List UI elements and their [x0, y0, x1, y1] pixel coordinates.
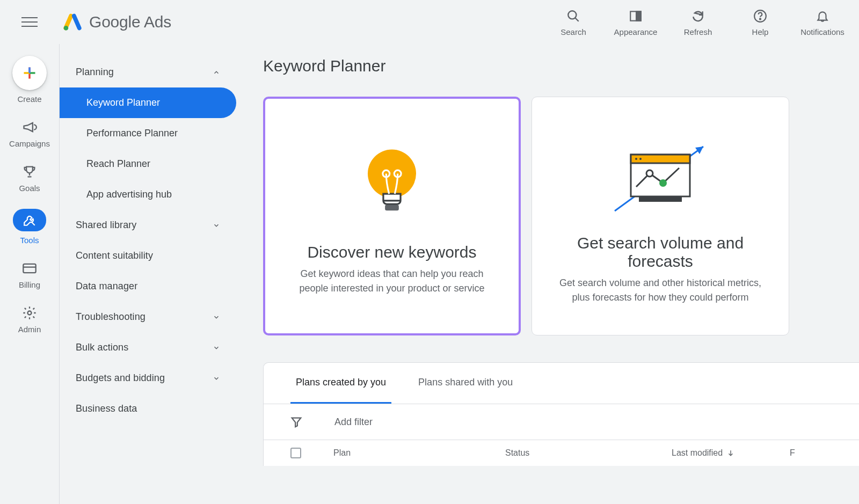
svg-point-25 [646, 170, 653, 177]
rail-billing[interactable]: Billing [19, 261, 40, 289]
sidebar-section-bulk-actions[interactable]: Bulk actions [60, 332, 236, 363]
top-bar: Google Ads Search Appearance Refresh H [0, 0, 859, 44]
svg-line-2 [575, 18, 579, 21]
card-discover-desc: Get keyword ideas that can help you reac… [287, 267, 497, 295]
rail-goals[interactable]: Goals [19, 164, 40, 193]
chevron-down-icon [213, 313, 220, 321]
tab-plans-shared[interactable]: Plans shared with you [413, 363, 518, 404]
notifications-action[interactable]: Notifications [799, 8, 846, 36]
chevron-down-icon [213, 344, 220, 352]
tab-plans-created[interactable]: Plans created by you [290, 363, 391, 404]
svg-point-1 [568, 11, 576, 19]
plans-tabs: Plans created by you Plans shared with y… [264, 363, 859, 404]
sidebar-section-business-data[interactable]: Business data [60, 393, 236, 424]
help-icon [753, 8, 767, 24]
svg-rect-27 [639, 196, 682, 202]
sidebar-section-budgets-bidding[interactable]: Budgets and bidding [60, 363, 236, 393]
column-last-modified[interactable]: Last modified [672, 448, 790, 458]
gear-icon [22, 305, 37, 320]
plus-icon [12, 56, 47, 90]
left-rail: Create Campaigns Goals Tools Billing [0, 44, 59, 504]
chevron-down-icon [213, 375, 220, 382]
rail-admin[interactable]: Admin [18, 305, 41, 334]
rail-campaigns[interactable]: Campaigns [9, 120, 50, 148]
card-icon [22, 261, 37, 276]
svg-point-6 [760, 18, 761, 19]
appearance-action[interactable]: Appearance [612, 8, 659, 36]
sidebar-section-content-suitability[interactable]: Content suitability [60, 240, 236, 271]
help-action[interactable]: Help [737, 8, 784, 36]
top-actions: Search Appearance Refresh Help Notificat… [550, 8, 850, 36]
svg-rect-4 [636, 11, 641, 20]
svg-marker-28 [292, 418, 301, 427]
sidebar-section-troubleshooting[interactable]: Troubleshooting [60, 302, 236, 332]
svg-point-23 [635, 158, 637, 160]
chevron-down-icon [213, 222, 220, 229]
page-title: Keyword Planner [263, 57, 859, 75]
sidebar-item-keyword-planner[interactable]: Keyword Planner [60, 87, 236, 118]
table-header: Plan Status Last modified F [264, 440, 859, 466]
svg-point-24 [639, 158, 642, 160]
search-action[interactable]: Search [550, 8, 597, 36]
brand-text: Google Ads [89, 13, 171, 31]
chart-arrow-icon [609, 128, 711, 224]
sidebar-section-data-manager[interactable]: Data manager [60, 271, 236, 302]
svg-marker-20 [695, 147, 703, 154]
column-status[interactable]: Status [505, 448, 672, 458]
card-discover-keywords[interactable]: Discover new keywords Get keyword ideas … [263, 97, 521, 335]
card-forecast-desc: Get search volume and other historical m… [554, 276, 767, 304]
arrow-down-icon [727, 449, 734, 457]
card-search-volume[interactable]: Get search volume and forecasts Get sear… [532, 97, 789, 335]
menu-icon[interactable] [21, 14, 38, 30]
bell-icon [816, 8, 829, 24]
sidebar-item-reach-planner[interactable]: Reach Planner [60, 149, 236, 179]
create-button[interactable]: Create [12, 56, 47, 104]
sidebar-section-planning[interactable]: Planning [60, 57, 236, 87]
filter-row: Add filter [264, 404, 859, 440]
svg-point-14 [368, 150, 416, 198]
filter-icon[interactable] [290, 416, 302, 428]
cards-row: Discover new keywords Get keyword ideas … [263, 97, 859, 335]
trophy-icon [22, 164, 37, 179]
svg-rect-16 [385, 205, 399, 211]
svg-point-13 [28, 311, 32, 315]
card-forecast-title: Get search volume and forecasts [554, 234, 767, 271]
main-content: Keyword Planner Discover new keywords Ge [236, 44, 859, 504]
svg-point-0 [64, 26, 69, 30]
wrench-icon [13, 209, 46, 231]
search-icon [566, 8, 580, 24]
lightbulb-icon [362, 137, 421, 233]
plans-panel: Plans created by you Plans shared with y… [263, 362, 859, 466]
column-f[interactable]: F [790, 448, 811, 458]
sidebar-section-shared-library[interactable]: Shared library [60, 210, 236, 240]
column-plan[interactable]: Plan [333, 448, 505, 458]
svg-point-26 [659, 179, 667, 187]
planning-subitems: Keyword Planner Performance Planner Reac… [60, 87, 236, 210]
svg-rect-11 [23, 264, 35, 273]
megaphone-icon [22, 120, 37, 135]
refresh-action[interactable]: Refresh [674, 8, 722, 36]
sidebar-item-app-advertising-hub[interactable]: App advertising hub [60, 179, 236, 210]
sidebar-item-performance-planner[interactable]: Performance Planner [60, 118, 236, 149]
rail-tools[interactable]: Tools [13, 209, 46, 245]
add-filter-button[interactable]: Add filter [334, 417, 373, 428]
select-all-checkbox[interactable] [290, 448, 301, 458]
chevron-up-icon [213, 69, 220, 76]
sidebar: Planning Keyword Planner Performance Pla… [59, 44, 236, 504]
appearance-icon [629, 8, 643, 24]
refresh-icon [691, 8, 705, 24]
card-discover-title: Discover new keywords [307, 243, 476, 261]
google-ads-logo-icon [63, 13, 82, 31]
brand-logo[interactable]: Google Ads [63, 13, 171, 31]
